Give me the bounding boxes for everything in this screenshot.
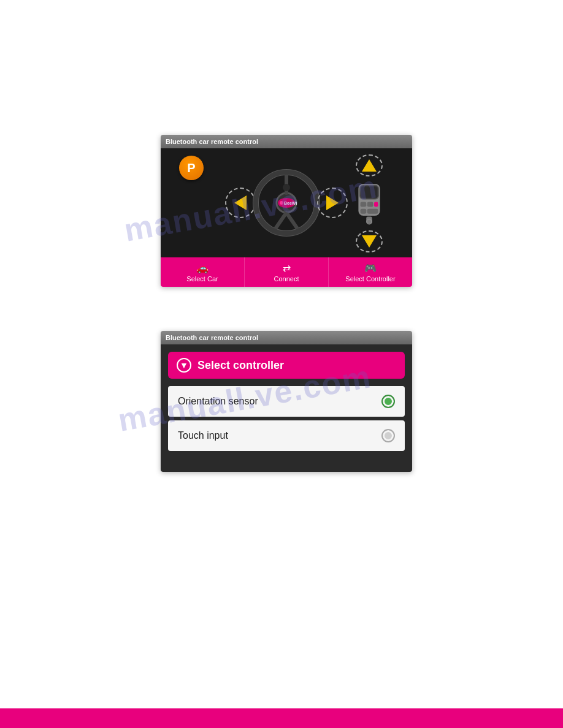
page: Bluetooth car remote control P — [0, 0, 563, 728]
option-orientation[interactable]: Orientation sensor — [168, 386, 405, 417]
svg-rect-15 — [367, 202, 373, 207]
down-arrow-circle[interactable] — [356, 230, 383, 252]
up-arrow-circle[interactable] — [356, 154, 383, 176]
connect-icon: ⇄ — [283, 262, 291, 274]
svg-rect-18 — [367, 209, 378, 214]
tab-select-controller[interactable]: 🎮 Select Controller — [329, 257, 412, 287]
down-arrow-icon — [362, 235, 377, 248]
orientation-radio[interactable] — [381, 395, 395, 408]
screenshot-main: Bluetooth car remote control P — [161, 135, 412, 287]
controller-header-icon: ▼ — [177, 358, 191, 373]
select-controller-content: ▼ Select controller Orientation sensor T… — [161, 344, 412, 472]
steering-wheel-section: BeeWi — [231, 154, 342, 252]
left-arrow-circle[interactable] — [225, 188, 256, 218]
right-arrow-icon — [326, 195, 339, 210]
touch-label: Touch input — [178, 430, 228, 441]
svg-rect-14 — [361, 202, 367, 207]
screenshot-select-controller: Bluetooth car remote control ▼ Select co… — [161, 331, 412, 472]
touch-radio[interactable] — [381, 429, 395, 442]
svg-line-4 — [274, 213, 286, 230]
svg-point-9 — [283, 184, 290, 191]
tab-select-car-label: Select Car — [186, 275, 218, 282]
car-icon: 🚗 — [196, 262, 209, 274]
option-touch[interactable]: Touch input — [168, 420, 405, 451]
svg-rect-13 — [361, 187, 377, 198]
svg-point-6 — [280, 201, 283, 205]
svg-line-5 — [286, 213, 299, 230]
title-2: Bluetooth car remote control — [166, 334, 258, 341]
title-1: Bluetooth car remote control — [166, 138, 258, 145]
orientation-label: Orientation sensor — [178, 396, 258, 407]
left-arrow-icon — [234, 195, 247, 210]
steering-icon: 🎮 — [364, 262, 377, 274]
steering-wheel: BeeWi — [253, 169, 320, 237]
bottom-bar — [0, 708, 563, 728]
up-arrow-icon — [362, 159, 377, 172]
main-area: P — [161, 148, 412, 257]
p-button[interactable]: P — [179, 156, 204, 180]
svg-rect-16 — [374, 202, 378, 207]
tab-select-controller-label: Select Controller — [345, 275, 395, 282]
select-controller-header: ▼ Select controller — [168, 352, 405, 379]
tab-connect[interactable]: ⇄ Connect — [245, 257, 329, 287]
tab-select-car[interactable]: 🚗 Select Car — [161, 257, 245, 287]
svg-rect-17 — [361, 209, 367, 214]
title-bar-1: Bluetooth car remote control — [161, 135, 412, 148]
car-fob-section — [345, 154, 394, 252]
car-fob-icon — [351, 181, 388, 226]
tab-connect-label: Connect — [274, 275, 299, 282]
title-bar-2: Bluetooth car remote control — [161, 331, 412, 344]
tab-bar: 🚗 Select Car ⇄ Connect 🎮 Select Controll… — [161, 257, 412, 287]
svg-text:BeeWi: BeeWi — [284, 201, 297, 205]
right-arrow-circle[interactable] — [317, 188, 348, 218]
select-controller-title: Select controller — [197, 359, 284, 372]
